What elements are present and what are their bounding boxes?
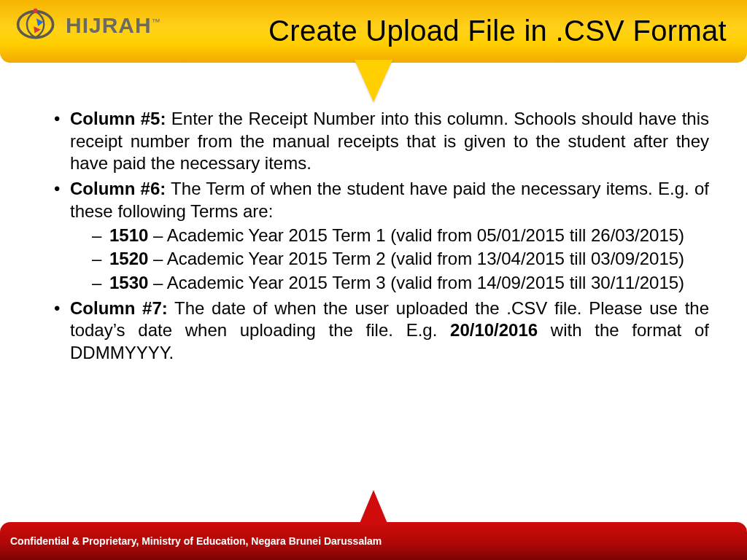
hijrah-logo: HIJRAH™: [12, 4, 161, 51]
term-1530: 1530 – Academic Year 2015 Term 3 (valid …: [70, 272, 709, 295]
title-band: HIJRAH™ Create Upload File in .CSV Forma…: [0, 0, 747, 63]
logo-text: HIJRAH™: [66, 13, 161, 38]
slide-body: Column #5: Enter the Receipt Number into…: [0, 63, 747, 365]
footer-text: Confidential & Proprietary, Ministry of …: [10, 535, 382, 547]
bullet-col6: Column #6: The Term of when the student …: [48, 178, 709, 295]
bullet-text: Enter the Receipt Number into this colum…: [70, 109, 709, 173]
bullet-label: Column #6:: [70, 179, 166, 198]
term-code: 1530: [109, 273, 148, 292]
svg-point-4: [34, 8, 38, 12]
term-desc: – Academic Year 2015 Term 2 (valid from …: [148, 249, 684, 268]
term-code: 1510: [109, 225, 148, 245]
example-date: 20/10/2016: [450, 320, 538, 340]
term-desc: – Academic Year 2015 Term 1 (valid from …: [148, 225, 684, 245]
footer-band: Confidential & Proprietary, Ministry of …: [0, 522, 747, 560]
bullet-label: Column #5:: [70, 109, 166, 128]
slide-title: Create Upload File in .CSV Format: [268, 15, 727, 47]
term-1520: 1520 – Academic Year 2015 Term 2 (valid …: [70, 248, 709, 271]
bullet-col5: Column #5: Enter the Receipt Number into…: [48, 108, 709, 175]
term-1510: 1510 – Academic Year 2015 Term 1 (valid …: [70, 225, 709, 247]
bullet-col7: Column #7: The date of when the user upl…: [48, 298, 709, 365]
term-code: 1520: [109, 249, 148, 268]
bullet-label: Column #7:: [70, 298, 168, 318]
bullet-text: The Term of when the student have paid t…: [70, 179, 709, 221]
globe-icon: [12, 4, 63, 51]
svg-marker-3: [34, 26, 41, 34]
term-desc: – Academic Year 2015 Term 3 (valid from …: [148, 273, 684, 292]
